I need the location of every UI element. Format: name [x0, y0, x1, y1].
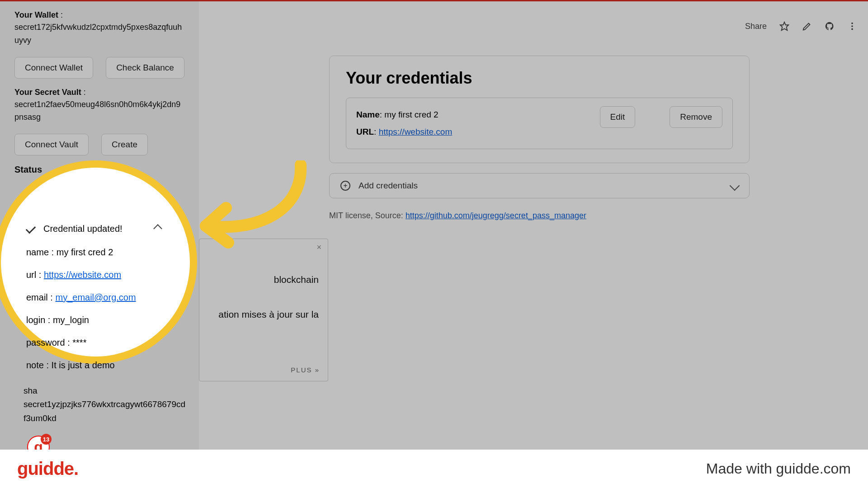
plus-circle-icon: +	[340, 181, 350, 191]
footer-made: Made with guidde.com	[706, 460, 851, 477]
vault-label: Your Secret Vault	[14, 88, 81, 97]
notification-badge: 13	[41, 434, 52, 445]
page-title: Your credentials	[346, 69, 733, 88]
toolbar: Share	[745, 21, 857, 31]
kebab-icon[interactable]	[847, 21, 857, 31]
spot-url-key: url :	[26, 270, 41, 280]
cred-url-key: URL	[356, 127, 374, 136]
popup-line1: blockchain	[274, 274, 319, 285]
create-button[interactable]: Create	[101, 134, 148, 155]
popup-line2: ation mises à jour sur la	[201, 308, 319, 321]
chevron-up-icon[interactable]	[153, 224, 162, 233]
license-link[interactable]: https://github.com/jeugregg/secret_pass_…	[406, 211, 586, 220]
edit-icon[interactable]	[802, 21, 812, 31]
wallet-label: Your Wallet	[14, 10, 58, 19]
svg-point-3	[851, 28, 853, 30]
check-icon	[26, 224, 36, 234]
connect-vault-button[interactable]: Connect Vault	[14, 134, 89, 155]
remove-button[interactable]: Remove	[670, 106, 722, 128]
spot-name-val: my first cred 2	[57, 247, 113, 257]
spot-url-val[interactable]: https://website.com	[44, 270, 121, 280]
cred-url-link[interactable]: https://website.com	[379, 127, 453, 136]
spotlight-panel: Credential updated! name : my first cred…	[0, 160, 197, 364]
check-balance-button[interactable]: Check Balance	[106, 57, 184, 79]
edit-button[interactable]: Edit	[600, 106, 636, 128]
cred-name-val: my first cred 2	[384, 110, 438, 119]
spot-email-val[interactable]: my_email@org.com	[55, 292, 136, 302]
shared-address-block: sha secret1yzjpzjks776wkxtrcagywt6678679…	[24, 384, 186, 425]
wallet-address: secret172j5kfvwkudzl2cpxtmdy5pxes8azqfuu…	[14, 21, 184, 47]
spot-note-key: note :	[26, 360, 49, 370]
github-icon[interactable]	[825, 21, 835, 31]
cred-name-key: Name	[356, 110, 380, 119]
main-panel: Share Your credentials Name: my first cr…	[199, 1, 868, 453]
spotlight-header: Credential updated!	[43, 222, 123, 235]
shared-address: secret1yzjpzjks776wkxtrcagywt6678679cdf3…	[24, 399, 185, 422]
add-credentials-label: Add credentials	[359, 181, 418, 191]
spot-password-key: password :	[26, 338, 70, 347]
svg-point-1	[851, 23, 853, 24]
spot-name-key: name :	[26, 247, 54, 257]
spot-email-key: email :	[26, 292, 53, 302]
spot-note-val: It is just a demo	[52, 360, 115, 370]
vault-address: secret1n2faev50meug48l6sn0h0m6k4ykj2dn9p…	[14, 98, 184, 124]
credentials-card: Your credentials Name: my first cred 2 U…	[329, 56, 750, 163]
connect-wallet-button[interactable]: Connect Wallet	[14, 57, 93, 79]
license-line: MIT license, Source: https://github.com/…	[329, 211, 750, 221]
star-icon[interactable]	[779, 21, 789, 31]
svg-point-2	[851, 25, 853, 27]
footer: guidde Made with guidde.com	[0, 450, 868, 488]
chevron-down-icon	[730, 181, 740, 191]
license-prefix: MIT license, Source:	[329, 211, 406, 220]
secondary-popup: × blockchain ation mises à jour sur la P…	[199, 239, 328, 381]
share-link[interactable]: Share	[745, 22, 767, 31]
popup-more[interactable]: PLUS »	[291, 366, 320, 374]
svg-marker-0	[780, 22, 788, 30]
spot-login-key: login :	[26, 315, 50, 325]
add-credentials-bar[interactable]: + Add credentials	[329, 173, 750, 198]
spot-password-val: ****	[72, 338, 86, 347]
shared-label: sha	[24, 386, 38, 395]
brand-logo: guidde	[17, 459, 78, 479]
close-icon[interactable]: ×	[316, 243, 321, 252]
spot-login-val: my_login	[53, 315, 89, 325]
credential-row: Name: my first cred 2 URL: https://websi…	[346, 98, 733, 149]
